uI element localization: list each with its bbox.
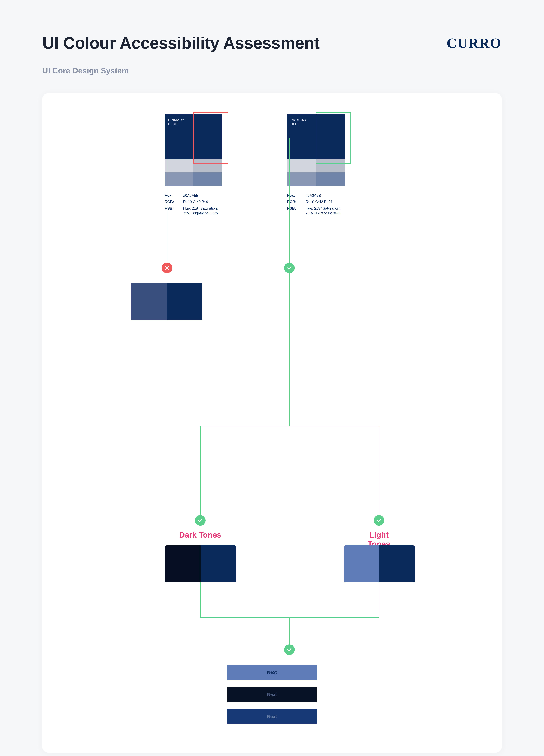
hsb-value: Hue: 218° Saturation: 73% Brightness: 36… [305,206,344,216]
page: UI Colour Accessibility Assessment CURRO… [0,0,544,756]
swatch-card-pass: PRIMARY BLUE Hex: #0A2A5B RGB: R: 10 G:4… [287,114,344,216]
hex-label: Hex: [165,193,179,198]
rgb-value: R: 10 G:42 B: 91 [183,199,222,204]
fail-selection-box [194,112,228,164]
pass-selection-box [316,112,350,164]
brand-logo: CURRO [446,35,502,51]
swatch-info: Hex: #0A2A5B RGB: R: 10 G:42 B: 91 HSB: … [287,193,344,216]
next-button-light[interactable]: Next [228,665,316,680]
swatch-grid-fail: PRIMARY BLUE [165,114,222,186]
result-buttons: Next Next Next [228,665,316,724]
swatch-label: PRIMARY BLUE [290,118,307,126]
connector-line [379,582,379,617]
swatch-shade [194,172,222,186]
pair-right [379,545,415,582]
connector-line [200,582,201,617]
swatch-shade [316,172,344,186]
ambiguous-pair [132,283,203,320]
swatch-shade [287,172,316,186]
rgb-label: RGB: [287,199,301,204]
pair-right [167,283,203,320]
dark-tones-label: Dark Tones [179,530,222,539]
button-label: Next [267,714,277,719]
next-button-primary[interactable]: Next [228,709,316,724]
hsb-label: HSB: [165,206,179,216]
button-label: Next [267,670,277,675]
connector-line [289,617,290,644]
rgb-label: RGB: [165,199,179,204]
next-button-dark[interactable]: Next [228,687,316,702]
button-label: Next [267,692,277,697]
hex-label: Hex: [287,193,301,198]
assessment-card: PRIMARY BLUE Hex: #0A2A5B RGB: R: 10 G:4… [42,93,502,753]
connector-line [289,138,290,263]
hsb-value: Hue: 218° Saturation: 73% Brightness: 36… [183,206,222,216]
hex-value: #0A2A5B [183,193,222,198]
connector-line [289,273,290,426]
connector-line [167,138,168,263]
connector-line [200,426,379,426]
connector-line [200,426,201,515]
pass-icon [195,515,206,526]
page-subtitle: UI Core Design System [42,66,502,75]
hex-value: #0A2A5B [305,193,344,198]
dark-tones-pair [165,545,236,582]
pair-left [165,545,201,582]
swatch-card-fail: PRIMARY BLUE Hex: #0A2A5B RGB: R: 10 G:4… [165,114,222,216]
swatch-label: PRIMARY BLUE [168,118,184,126]
pass-icon [284,644,295,655]
swatch-shade [165,159,194,172]
pair-left [344,545,379,582]
swatch-grid-pass: PRIMARY BLUE [287,114,344,186]
swatch-info: Hex: #0A2A5B RGB: R: 10 G:42 B: 91 HSB: … [165,193,222,216]
connector-line [379,426,379,515]
pass-icon [284,263,295,273]
page-title: UI Colour Accessibility Assessment [42,33,319,52]
pair-left [132,283,167,320]
swatch-shade [165,172,194,186]
rgb-value: R: 10 G:42 B: 91 [305,199,344,204]
light-tones-pair [344,545,415,582]
pass-icon [374,515,384,526]
swatch-shade [287,159,316,172]
fail-icon [162,263,172,273]
hsb-label: HSB: [287,206,301,216]
pair-right [201,545,236,582]
page-header: UI Colour Accessibility Assessment CURRO [42,33,502,52]
